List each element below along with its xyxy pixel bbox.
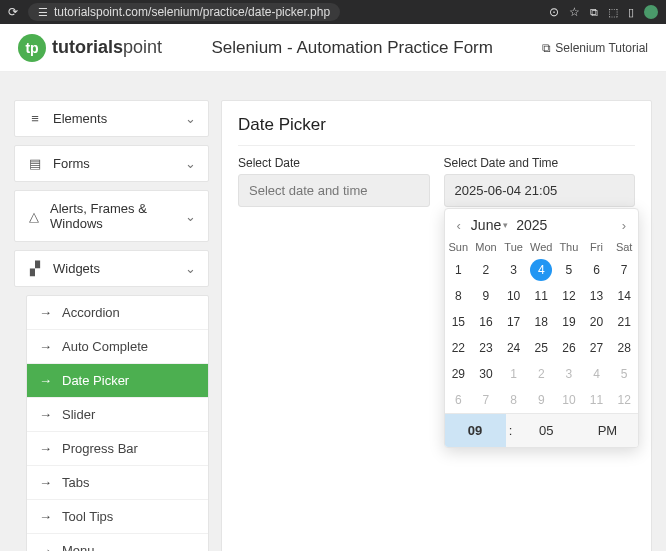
submenu-accordion[interactable]: →Accordion (27, 296, 208, 330)
calendar-day[interactable]: 3 (500, 257, 528, 283)
select-date-input[interactable]: Select date and time (238, 174, 430, 207)
menu-icon[interactable]: ▯ (628, 6, 634, 19)
calendar-day: 11 (583, 387, 611, 413)
next-month-button[interactable]: › (616, 218, 632, 233)
calendar-day[interactable]: 28 (610, 335, 638, 361)
submenu-menu[interactable]: →Menu (27, 534, 208, 551)
time-row: 09 : 05 PM (445, 413, 639, 447)
month-selector[interactable]: June ▾ (471, 217, 508, 233)
submenu-label: Accordion (62, 305, 120, 320)
day-of-week-header: Wed (527, 237, 555, 257)
calendar-day: 3 (555, 361, 583, 387)
submenu-autocomplete[interactable]: →Auto Complete (27, 330, 208, 364)
form-icon: ▤ (27, 156, 43, 171)
minute-cell[interactable]: 05 (516, 414, 577, 447)
select-datetime-input[interactable]: 2025-06-04 21:05 (444, 174, 636, 207)
time-separator: : (506, 414, 516, 447)
submenu-slider[interactable]: →Slider (27, 398, 208, 432)
calendar-day[interactable]: 7 (610, 257, 638, 283)
submenu-label: Menu (62, 543, 95, 551)
calendar-day[interactable]: 25 (527, 335, 555, 361)
calendar-day: 5 (610, 361, 638, 387)
calendar-day[interactable]: 10 (500, 283, 528, 309)
arrow-right-icon: → (39, 339, 52, 354)
calendar-day[interactable]: 29 (445, 361, 473, 387)
calendar-day: 2 (527, 361, 555, 387)
calendar-day[interactable]: 2 (472, 257, 500, 283)
submenu-label: Tabs (62, 475, 89, 490)
sidebar-item-label: Elements (53, 111, 107, 126)
calendar-day[interactable]: 14 (610, 283, 638, 309)
sidebar-item-forms[interactable]: ▤ Forms ⌄ (15, 146, 208, 181)
calendar-day[interactable]: 17 (500, 309, 528, 335)
arrow-right-icon: → (39, 373, 52, 388)
reload-icon[interactable]: ⟳ (8, 5, 18, 19)
ampm-cell[interactable]: PM (577, 414, 638, 447)
sidebar-item-elements[interactable]: ≡ Elements ⌄ (15, 101, 208, 136)
calendar-day: 9 (527, 387, 555, 413)
profile-avatar[interactable] (644, 5, 658, 19)
submenu-tabs[interactable]: →Tabs (27, 466, 208, 500)
arrow-right-icon: → (39, 543, 52, 551)
calendar-day: 10 (555, 387, 583, 413)
submenu-label: Tool Tips (62, 509, 113, 524)
submenu-datepicker[interactable]: →Date Picker (27, 364, 208, 398)
arrow-right-icon: → (39, 475, 52, 490)
calendar-day[interactable]: 11 (527, 283, 555, 309)
calendar-day-selected[interactable]: 4 (527, 257, 555, 283)
search-icon[interactable]: ⊙ (549, 5, 559, 19)
extensions-icon[interactable]: ⧉ (590, 6, 598, 19)
sidebar-item-alerts[interactable]: △ Alerts, Frames & Windows ⌄ (15, 191, 208, 241)
chevron-down-icon: ⌄ (185, 111, 196, 126)
arrow-right-icon: → (39, 305, 52, 320)
calendar-day[interactable]: 20 (583, 309, 611, 335)
calendar-day[interactable]: 13 (583, 283, 611, 309)
sidebar-item-widgets[interactable]: ▞ Widgets ⌄ (15, 251, 208, 286)
calendar-day[interactable]: 30 (472, 361, 500, 387)
submenu-tooltips[interactable]: →Tool Tips (27, 500, 208, 534)
submenu-label: Date Picker (62, 373, 129, 388)
calendar-day[interactable]: 9 (472, 283, 500, 309)
page-title: Selenium - Automation Practice Form (211, 38, 493, 58)
calendar-day[interactable]: 6 (583, 257, 611, 283)
calendar-day: 6 (445, 387, 473, 413)
select-datetime-label: Select Date and Time (444, 156, 636, 170)
submenu-progressbar[interactable]: →Progress Bar (27, 432, 208, 466)
site-logo[interactable]: tutorialspoint (18, 34, 162, 62)
calendar-day[interactable]: 22 (445, 335, 473, 361)
calendar-day[interactable]: 16 (472, 309, 500, 335)
calendar-day[interactable]: 27 (583, 335, 611, 361)
download-icon[interactable]: ⬚ (608, 6, 618, 19)
month-label: June (471, 217, 501, 233)
calendar-day[interactable]: 26 (555, 335, 583, 361)
calendar-day[interactable]: 21 (610, 309, 638, 335)
calendar-day[interactable]: 12 (555, 283, 583, 309)
widgets-submenu: →Accordion →Auto Complete →Date Picker →… (26, 295, 209, 551)
arrow-right-icon: → (39, 509, 52, 524)
url-bar[interactable]: ☰ tutorialspoint.com/selenium/practice/d… (28, 3, 340, 21)
brand-light: point (123, 37, 162, 57)
sidebar-item-label: Forms (53, 156, 90, 171)
select-date-label: Select Date (238, 156, 430, 170)
submenu-label: Slider (62, 407, 95, 422)
calendar-day[interactable]: 8 (445, 283, 473, 309)
calendar-grid: SunMonTueWedThuFriSat1234567891011121314… (445, 237, 639, 413)
tutorial-link[interactable]: ⧉ Selenium Tutorial (542, 41, 648, 55)
calendar-day: 1 (500, 361, 528, 387)
calendar-day[interactable]: 1 (445, 257, 473, 283)
bookmark-icon[interactable]: ☆ (569, 5, 580, 19)
calendar-day[interactable]: 23 (472, 335, 500, 361)
calendar-day[interactable]: 5 (555, 257, 583, 283)
calendar-day[interactable]: 19 (555, 309, 583, 335)
sidebar-item-label: Alerts, Frames & Windows (50, 201, 175, 231)
day-of-week-header: Fri (583, 237, 611, 257)
prev-month-button[interactable]: ‹ (451, 218, 467, 233)
year-selector[interactable]: 2025 (516, 217, 547, 233)
calendar-day: 8 (500, 387, 528, 413)
calendar-day[interactable]: 24 (500, 335, 528, 361)
calendar-day[interactable]: 15 (445, 309, 473, 335)
arrow-right-icon: → (39, 441, 52, 456)
hour-cell[interactable]: 09 (445, 414, 506, 447)
calendar-day[interactable]: 18 (527, 309, 555, 335)
widgets-icon: ▞ (27, 261, 43, 276)
